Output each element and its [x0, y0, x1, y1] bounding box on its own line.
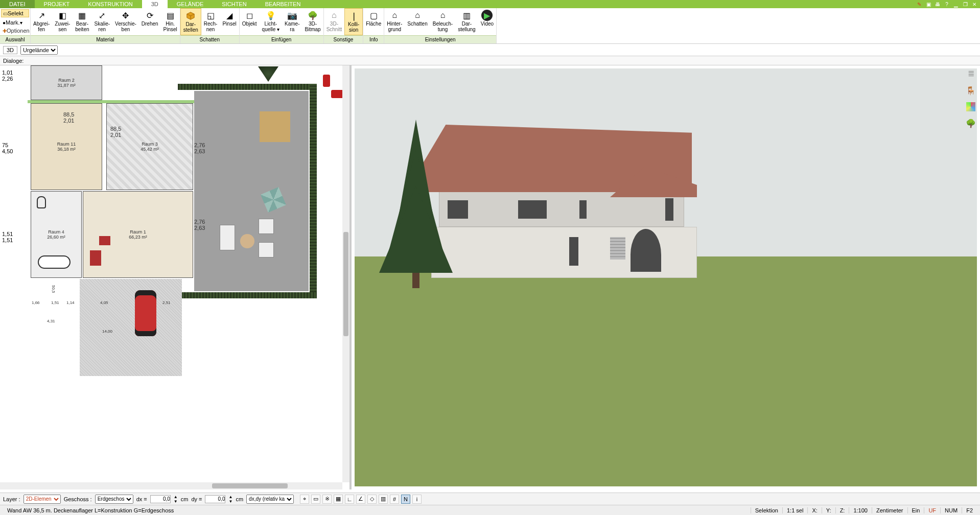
layers-icon[interactable]: ≣: [965, 67, 976, 79]
video-button[interactable]: ▶Video: [478, 8, 496, 35]
group-misc-label: Sonstige: [324, 35, 363, 43]
material-edit-button[interactable]: ▦Bear- beiten: [73, 8, 91, 35]
menu-tab-gelaende[interactable]: GELÄNDE: [168, 0, 213, 8]
tool-grid2-icon[interactable]: ▥: [379, 495, 388, 504]
dim: 88,52,01: [110, 126, 121, 138]
floorplan-vscroll[interactable]: [342, 65, 349, 482]
terrace[interactable]: [194, 91, 309, 291]
chair-icon[interactable]: 🪑: [965, 85, 976, 96]
shadow-settings-button[interactable]: ⌂Schatten: [405, 8, 430, 35]
assign-icon: ◧: [56, 10, 68, 21]
tool-ortho-icon[interactable]: ∟: [345, 495, 354, 504]
tool-info-icon[interactable]: i: [412, 495, 422, 504]
car-icon: [135, 290, 156, 336]
shadow-brush-button[interactable]: ◢Pinsel: [220, 8, 239, 35]
room-3[interactable]: Raum 345,42 m²: [106, 103, 193, 190]
dim: 4,31: [47, 319, 55, 323]
menu-tab-bearbeiten[interactable]: BEARBEITEN: [256, 0, 310, 8]
layer-select[interactable]: 2D-Elemen: [24, 495, 61, 504]
floor-select[interactable]: Erdgeschos: [95, 495, 133, 504]
insert-bitmap-button[interactable]: 🌳3D- Bitmap: [302, 8, 323, 35]
menu-tab-konstruktion[interactable]: KONSTRUKTION: [79, 0, 142, 8]
floorplan-hscroll[interactable]: [0, 482, 342, 489]
status-count: 1:1 sel: [782, 507, 807, 513]
menu-tab-3d[interactable]: 3D: [142, 0, 168, 8]
menu-tab-datei[interactable]: DATEI: [0, 0, 35, 8]
status-y: Y:: [822, 507, 835, 513]
material-scale-button[interactable]: ⤢Skalie- ren: [92, 8, 113, 35]
house3-icon: ⌂: [436, 10, 449, 21]
mark-dropdown[interactable]: ● Mark. ▾: [1, 19, 29, 26]
room-2[interactable]: Raum 231,87 m²: [31, 65, 102, 100]
section-button[interactable]: ⌂3D- Schnitt: [324, 8, 345, 35]
group-settings-label: Einstellungen: [384, 35, 496, 43]
paint-icon: ◢: [223, 10, 236, 21]
close-icon[interactable]: ✕: [971, 1, 978, 7]
material-rotate-button[interactable]: ⟳Drehen: [139, 8, 161, 35]
palette-icon[interactable]: [966, 102, 975, 111]
square-icon[interactable]: ▣: [925, 1, 932, 7]
view-tools: ≣ 🪑 🌳: [964, 67, 978, 129]
cube-icon: [184, 10, 197, 21]
dim: 1,66: [32, 300, 40, 305]
menu-tab-projekt[interactable]: PROJEKT: [35, 0, 79, 8]
floorplan-pane[interactable]: 1,01 2,26 75 4,50 1,51 1,51 Raum 231,87 …: [0, 65, 352, 489]
shadow-calc-button[interactable]: ◱Rech- nen: [201, 8, 220, 35]
restore-icon[interactable]: ❐: [962, 1, 969, 7]
group-material: ↗︎Abgrei- fen ◧Zuwei- sen ▦Bear- beiten …: [31, 8, 180, 43]
background-button[interactable]: ⌂Hinter- grund: [384, 8, 405, 35]
shadow-render-button[interactable]: Dar- stellen: [180, 8, 201, 35]
material-pick-button[interactable]: ↗︎Abgrei- fen: [31, 8, 52, 35]
material-brush-button[interactable]: ▤Hin. Pinsel: [161, 8, 180, 35]
tool-plane-icon[interactable]: ◇: [367, 495, 377, 504]
driveway: [80, 279, 182, 376]
pencil-icon[interactable]: ✎: [916, 1, 923, 7]
insert-camera-button[interactable]: 📷Kame- ra: [282, 8, 302, 35]
tool-target-icon[interactable]: ⌖: [300, 495, 309, 504]
dy-input[interactable]: [205, 495, 225, 503]
move-icon: ✥: [120, 10, 132, 21]
view-mode[interactable]: 3D: [3, 46, 17, 54]
tool-grid-icon[interactable]: #: [390, 495, 399, 504]
3d-pane[interactable]: ≣ 🪑 🌳: [352, 65, 980, 489]
options-button[interactable]: ✚ Optionen: [1, 27, 29, 34]
minimize-icon[interactable]: ▁: [952, 1, 960, 7]
area-button[interactable]: ▢Fläche: [363, 8, 384, 35]
ruler-left: 1,01 2,26 75 4,50 1,51 1,51: [0, 65, 26, 482]
scale-icon: ⤢: [96, 10, 108, 21]
material-move-button[interactable]: ✥Verschie- ben: [112, 8, 139, 35]
terrain-dropdown[interactable]: Urgelände: [20, 45, 58, 55]
printer-icon[interactable]: 🖶: [934, 1, 941, 7]
red-furniture-1: [99, 236, 110, 245]
window: [518, 200, 547, 219]
tool-monitor-icon[interactable]: ▭: [311, 495, 320, 504]
window: [665, 198, 673, 221]
tool-snap1-icon[interactable]: ※: [322, 495, 332, 504]
display-button[interactable]: ▥Dar- stellung: [455, 8, 478, 35]
select-button[interactable]: ▭ Selekt: [1, 9, 29, 17]
tool-angle-icon[interactable]: ∠: [356, 495, 365, 504]
dim: 2,51: [162, 300, 171, 305]
insert-object-button[interactable]: ◻︎Objekt: [240, 8, 260, 35]
tool-snap2-icon[interactable]: ▦: [334, 495, 343, 504]
material-assign-button[interactable]: ◧Zuwei- sen: [52, 8, 73, 35]
house2-icon: ⌂: [411, 10, 424, 21]
help-icon[interactable]: ?: [943, 1, 950, 7]
eyedropper-icon: ↗︎: [35, 10, 48, 21]
lighting-button[interactable]: ⌂Beleuch- tung: [430, 8, 455, 35]
dim: 50,5: [51, 285, 56, 293]
tool-north-icon[interactable]: N: [401, 495, 410, 504]
insert-light-button[interactable]: 💡Licht- quelle ▾: [260, 8, 282, 35]
tree2-icon[interactable]: 🌳: [965, 118, 976, 129]
menu-tab-sichten[interactable]: SICHTEN: [213, 0, 255, 8]
status-selection: Selektion: [751, 507, 782, 513]
collision-button[interactable]: ❘Kolli- sion: [344, 8, 363, 35]
brush-icon: ▤: [164, 10, 176, 21]
door: [569, 237, 578, 266]
dx-input[interactable]: [150, 495, 171, 503]
display-icon: ▥: [460, 10, 473, 21]
group-info: ▢Fläche Info: [363, 8, 384, 43]
status-message: Wand AW 36,5 m. Deckenauflager L=Konstru…: [3, 507, 178, 513]
coord-mode-select[interactable]: dx,dy (relativ ka: [246, 495, 294, 504]
3d-view[interactable]: [355, 68, 977, 486]
